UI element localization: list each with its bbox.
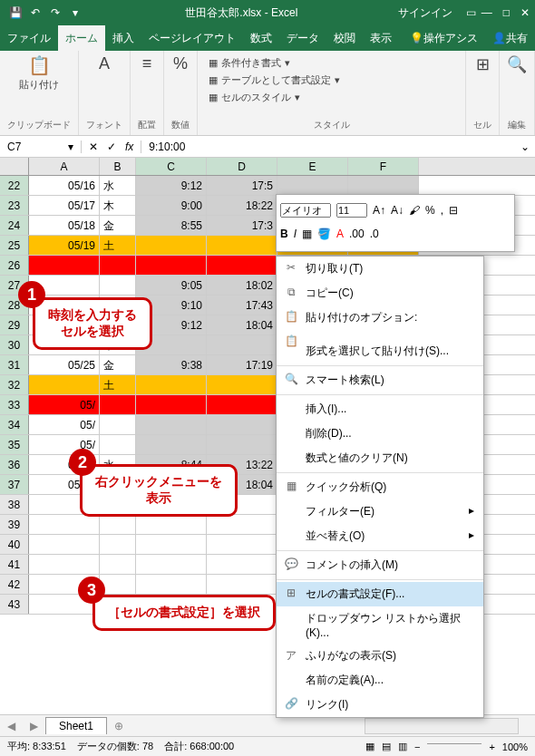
tab-data[interactable]: データ (279, 25, 326, 51)
cell[interactable]: 05/19 (29, 236, 100, 255)
view-pagebreak-icon[interactable]: ▥ (398, 741, 407, 752)
row-header[interactable]: 32 (0, 375, 29, 394)
save-icon[interactable]: 💾 (5, 6, 25, 19)
font-name-input[interactable] (280, 203, 331, 218)
cell[interactable] (100, 395, 136, 414)
cell[interactable]: 18:02 (207, 276, 277, 295)
row-header[interactable]: 25 (0, 236, 29, 255)
cell[interactable]: 8:55 (136, 216, 207, 235)
cell[interactable] (136, 535, 207, 554)
name-box[interactable]: C7 ▾ (0, 141, 82, 153)
percent-icon[interactable]: % (425, 204, 435, 217)
cell[interactable] (100, 575, 136, 594)
menu-sort[interactable]: 並べ替え(O)▸ (277, 524, 483, 548)
menu-cut[interactable]: ✂切り取り(T) (277, 257, 483, 281)
cell[interactable] (100, 515, 136, 534)
zoom-level[interactable]: 100% (502, 741, 528, 752)
decrease-font-icon[interactable]: A↓ (391, 204, 404, 217)
font-icon[interactable]: A (99, 54, 110, 73)
menu-insert-comment[interactable]: 💬コメントの挿入(M) (277, 553, 483, 577)
cell[interactable]: 18:04 (207, 315, 277, 334)
row-header[interactable]: 41 (0, 555, 29, 574)
cell[interactable]: 9:38 (136, 355, 207, 374)
cell[interactable] (207, 335, 277, 354)
cell[interactable]: 05/16 (29, 176, 100, 195)
enter-icon[interactable]: ✓ (107, 141, 116, 153)
border-icon[interactable]: ▦ (302, 228, 312, 240)
cell[interactable]: 9:00 (136, 196, 207, 215)
view-normal-icon[interactable]: ▦ (365, 741, 374, 752)
cell[interactable] (29, 515, 100, 534)
cell[interactable] (29, 256, 100, 275)
cell[interactable] (207, 555, 277, 574)
cell[interactable] (100, 276, 136, 295)
row-header[interactable]: 40 (0, 535, 29, 554)
row-header[interactable]: 23 (0, 196, 29, 215)
menu-format-cells[interactable]: ⊞セルの書式設定(F)... (277, 582, 483, 606)
col-header-B[interactable]: B (100, 158, 136, 175)
chevron-down-icon[interactable]: ▾ (68, 141, 73, 153)
tab-insert[interactable]: 挿入 (105, 25, 141, 51)
cell[interactable]: 05/18 (29, 216, 100, 235)
menu-filter[interactable]: フィルター(E)▸ (277, 499, 483, 524)
cell[interactable] (100, 435, 136, 454)
cell[interactable]: 05/ (29, 395, 100, 414)
cell[interactable] (207, 415, 277, 434)
cell[interactable] (207, 515, 277, 534)
cell[interactable]: 05/25 (29, 355, 100, 374)
menu-paste-options[interactable]: 📋貼り付けのオプション: (277, 305, 483, 330)
align-icon[interactable]: ≡ (142, 54, 152, 73)
cell[interactable] (207, 256, 277, 275)
cell[interactable] (348, 176, 419, 195)
cell[interactable] (29, 535, 100, 554)
row-header[interactable]: 24 (0, 216, 29, 235)
cell[interactable] (136, 435, 207, 454)
zoom-in-icon[interactable]: + (489, 741, 494, 752)
minimize-icon[interactable]: — (482, 6, 492, 19)
menu-paste-values[interactable]: 📋 (277, 330, 483, 339)
zoom-out-icon[interactable]: − (414, 741, 420, 752)
cell[interactable] (136, 395, 207, 414)
cell[interactable] (136, 375, 207, 394)
menu-delete[interactable]: 削除(D)... (277, 422, 483, 446)
cells-icon[interactable]: ⊞ (476, 54, 490, 74)
cell[interactable]: 9:05 (136, 276, 207, 295)
cell[interactable]: 05/17 (29, 196, 100, 215)
menu-dropdown-pick[interactable]: ドロップダウン リストから選択(K)... (277, 606, 483, 644)
cell[interactable] (207, 575, 277, 594)
row-header[interactable]: 29 (0, 315, 29, 334)
col-header-C[interactable]: C (136, 158, 207, 175)
decrease-decimal-icon[interactable]: .0 (370, 228, 379, 240)
cell[interactable]: 土 (100, 375, 136, 394)
merge-icon[interactable]: ⊟ (449, 204, 458, 217)
row-header[interactable]: 30 (0, 335, 29, 354)
cell[interactable] (100, 535, 136, 554)
col-header-F[interactable]: F (348, 158, 419, 175)
cell[interactable] (207, 435, 277, 454)
expand-formula-icon[interactable]: ⌄ (515, 141, 535, 153)
cell[interactable] (207, 395, 277, 414)
fx-icon[interactable]: fx (125, 141, 133, 153)
sheet-nav-next-icon[interactable]: ▶ (23, 720, 45, 732)
cell[interactable] (207, 535, 277, 554)
format-painter-icon[interactable]: 🖌 (409, 204, 420, 217)
cell[interactable] (100, 555, 136, 574)
italic-icon[interactable]: I (294, 228, 297, 240)
cell[interactable]: 土 (100, 236, 136, 255)
percent-icon[interactable]: % (173, 54, 188, 73)
row-header[interactable]: 26 (0, 256, 29, 275)
cell[interactable] (136, 415, 207, 434)
row-header[interactable]: 43 (0, 595, 29, 614)
signin-label[interactable]: サインイン (398, 5, 452, 21)
cancel-icon[interactable]: ✕ (89, 141, 98, 153)
font-size-input[interactable] (336, 203, 367, 218)
cell[interactable]: 17:3 (207, 216, 277, 235)
cell[interactable]: 17:19 (207, 355, 277, 374)
cell[interactable]: 18:22 (207, 196, 277, 215)
cell[interactable] (277, 176, 348, 195)
menu-quick-analysis[interactable]: ▦クイック分析(Q) (277, 475, 483, 499)
tab-formulas[interactable]: 数式 (243, 25, 279, 51)
increase-font-icon[interactable]: A↑ (373, 204, 385, 217)
cell[interactable] (207, 236, 277, 255)
horizontal-scrollbar[interactable] (365, 718, 519, 734)
